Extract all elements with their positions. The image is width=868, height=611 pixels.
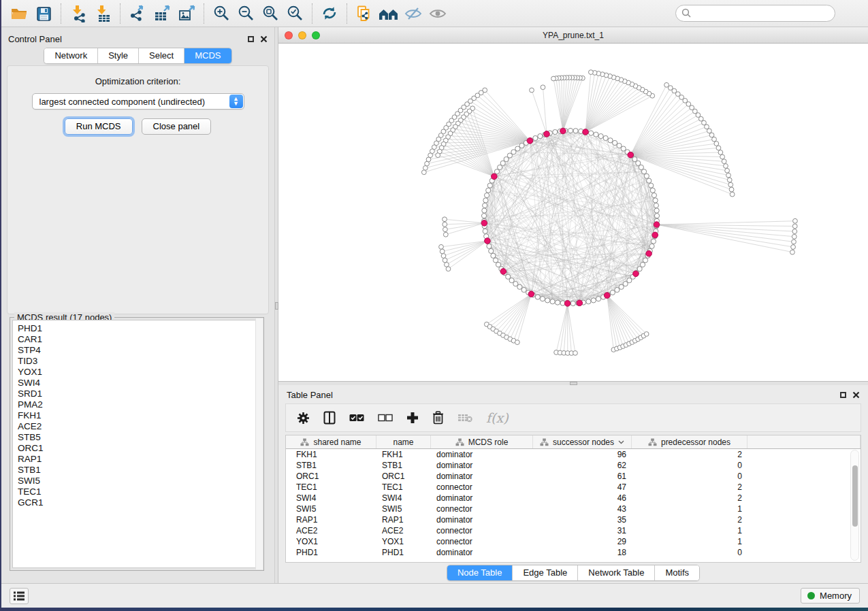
network-node[interactable] [726, 173, 731, 178]
network-node[interactable] [729, 187, 734, 192]
table-cell[interactable]: 2 [632, 450, 748, 459]
table-cell[interactable]: 96 [533, 450, 632, 459]
table-row[interactable]: FKH1FKH1dominator962 [286, 449, 861, 460]
table-cell[interactable]: connector [431, 526, 533, 535]
select-all-button[interactable] [349, 414, 364, 422]
table-cell[interactable]: dominator [431, 493, 533, 503]
network-node[interactable] [727, 178, 732, 182]
mcds-result-item[interactable]: STB5 [18, 432, 261, 443]
table-cell[interactable]: dominator [431, 548, 533, 557]
column-header-successor-nodes[interactable]: successor nodes [533, 435, 632, 448]
network-node[interactable] [550, 299, 555, 304]
network-node[interactable] [517, 284, 522, 289]
network-node[interactable] [644, 174, 649, 178]
network-node[interactable] [714, 142, 719, 146]
network-node[interactable] [573, 350, 578, 355]
table-row[interactable]: ORC1ORC1dominator610 [286, 471, 861, 482]
table-cell[interactable]: YOX1 [286, 537, 376, 546]
mcds-node[interactable] [528, 291, 534, 297]
network-node[interactable] [481, 214, 486, 218]
mcds-node[interactable] [492, 174, 498, 180]
network-node[interactable] [533, 135, 538, 140]
tab-network-table[interactable]: Network Table [578, 565, 655, 580]
network-node[interactable] [500, 161, 505, 165]
table-cell[interactable]: TEC1 [286, 482, 376, 492]
mcds-list-scrollbar[interactable] [255, 318, 263, 569]
table-cell[interactable]: connector [431, 482, 533, 492]
mcds-result-item[interactable]: SWI4 [18, 378, 261, 389]
network-node[interactable] [649, 183, 654, 188]
network-node[interactable] [598, 133, 603, 138]
table-cell[interactable]: 46 [533, 493, 632, 503]
tab-style[interactable]: Style [98, 48, 139, 63]
network-node[interactable] [443, 232, 448, 237]
network-node[interactable] [553, 129, 558, 134]
network-node[interactable] [445, 262, 449, 267]
table-cell[interactable]: 47 [533, 482, 632, 492]
network-node[interactable] [608, 138, 613, 143]
zoom-selected-button[interactable] [283, 3, 307, 24]
mcds-node[interactable] [527, 138, 533, 144]
network-node[interactable] [647, 178, 652, 183]
mcds-node[interactable] [544, 131, 550, 137]
mcds-result-item[interactable]: RAP1 [18, 454, 261, 465]
table-cell[interactable]: 61 [533, 472, 632, 481]
table-cell[interactable]: FKH1 [286, 450, 376, 459]
mcds-node[interactable] [564, 301, 570, 307]
network-node[interactable] [792, 234, 797, 239]
table-cell[interactable]: ACE2 [286, 526, 376, 535]
duplicate-network-button[interactable] [352, 3, 376, 24]
unselect-all-button[interactable] [378, 414, 393, 422]
show-hidden-button[interactable] [425, 3, 450, 24]
zoom-out-button[interactable] [234, 3, 258, 24]
network-node[interactable] [484, 193, 489, 197]
network-node[interactable] [653, 198, 658, 203]
table-cell[interactable]: FKH1 [376, 450, 431, 459]
network-node[interactable] [639, 165, 643, 169]
network-node[interactable] [654, 203, 658, 208]
network-node[interactable] [712, 137, 717, 142]
network-node[interactable] [436, 153, 440, 158]
mcds-result-list[interactable]: PHD1CAR1STP4TID3YOX1SWI4SRD1PMA2FKH1ACE2… [12, 320, 261, 568]
table-row[interactable]: ACE2ACE2connector311 [286, 525, 861, 536]
table-cell[interactable]: 1 [632, 537, 748, 546]
table-cell[interactable]: STB1 [376, 461, 431, 470]
network-node[interactable] [716, 146, 721, 150]
network-node[interactable] [439, 244, 444, 249]
network-node[interactable] [707, 129, 711, 133]
export-image-button[interactable] [174, 3, 199, 24]
close-panel-icon[interactable] [260, 35, 268, 43]
table-cell[interactable]: PHD1 [376, 548, 431, 557]
table-cell[interactable]: 62 [533, 461, 632, 470]
mcds-node[interactable] [560, 128, 566, 134]
mcds-result-item[interactable]: STP4 [18, 345, 261, 356]
network-node[interactable] [521, 287, 526, 292]
network-node[interactable] [568, 128, 573, 133]
network-node[interactable] [441, 254, 446, 259]
mcds-result-item[interactable]: SRD1 [18, 389, 261, 399]
table-cell[interactable]: 18 [533, 548, 632, 557]
close-panel-button[interactable]: Close panel [142, 118, 212, 135]
refresh-layout-button[interactable] [317, 3, 342, 24]
table-cell[interactable]: SWI4 [286, 493, 376, 503]
table-cell[interactable]: dominator [431, 472, 533, 481]
table-cell[interactable]: 43 [533, 504, 632, 514]
show-panels-list-button[interactable] [10, 588, 29, 604]
network-node[interactable] [725, 168, 730, 173]
network-node[interactable] [589, 131, 594, 135]
network-node[interactable] [718, 150, 723, 155]
tab-edge-table[interactable]: Edge Table [513, 565, 578, 580]
mcds-node[interactable] [628, 152, 634, 158]
table-cell[interactable]: PHD1 [286, 548, 376, 557]
table-cell[interactable]: 2 [632, 515, 748, 525]
network-node[interactable] [603, 135, 608, 140]
network-node[interactable] [515, 340, 519, 345]
mcds-node[interactable] [604, 293, 610, 299]
table-row[interactable]: RAP1RAP1dominator352 [286, 514, 861, 525]
network-node[interactable] [530, 88, 534, 93]
minimize-window-icon[interactable] [298, 31, 306, 39]
table-settings-button[interactable] [297, 412, 310, 425]
table-cell[interactable]: connector [431, 537, 533, 546]
search-input[interactable] [675, 5, 835, 22]
mcds-result-item[interactable]: SWI5 [18, 476, 261, 486]
